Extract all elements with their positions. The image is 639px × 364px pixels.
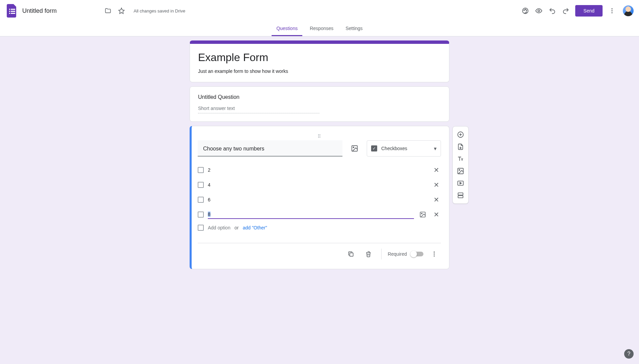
question-footer: Required bbox=[198, 243, 441, 261]
drag-handle-icon[interactable]: ⠿ bbox=[198, 134, 441, 140]
redo-button[interactable] bbox=[559, 4, 573, 18]
svg-rect-27 bbox=[458, 196, 463, 198]
question-title-input[interactable] bbox=[198, 140, 342, 157]
more-vert-icon bbox=[609, 7, 615, 14]
chevron-down-icon: ▾ bbox=[434, 145, 437, 152]
svg-rect-26 bbox=[458, 193, 463, 195]
account-avatar[interactable] bbox=[623, 5, 634, 16]
star-icon bbox=[118, 7, 125, 14]
checkbox-icon: ✓ bbox=[371, 145, 377, 151]
add-title-button[interactable] bbox=[454, 153, 467, 165]
remove-option-button[interactable]: ✕ bbox=[432, 195, 441, 204]
option-input[interactable] bbox=[208, 181, 427, 189]
svg-point-7 bbox=[524, 10, 525, 10]
star-button[interactable] bbox=[115, 4, 128, 18]
image-icon bbox=[351, 145, 358, 152]
preview-button[interactable] bbox=[532, 4, 546, 18]
question-card[interactable]: Untitled Question Short answer text bbox=[190, 86, 449, 122]
import-icon bbox=[457, 143, 464, 150]
undo-button[interactable] bbox=[546, 4, 559, 18]
svg-point-12 bbox=[611, 10, 612, 11]
add-option-row: Add option or add "Other" bbox=[198, 222, 441, 233]
add-section-button[interactable] bbox=[454, 189, 467, 201]
folder-icon bbox=[105, 7, 111, 14]
svg-point-17 bbox=[421, 213, 422, 214]
customize-theme-button[interactable] bbox=[519, 4, 532, 18]
add-question-button[interactable] bbox=[454, 129, 467, 141]
move-to-folder-button[interactable] bbox=[101, 4, 115, 18]
add-other-link[interactable]: add "Other" bbox=[243, 225, 267, 230]
svg-point-24 bbox=[459, 169, 460, 170]
question-card-selected[interactable]: ⠿ ✓ Checkboxes ▾ ✕ bbox=[190, 126, 449, 269]
svg-rect-3 bbox=[11, 11, 15, 12]
eye-icon bbox=[535, 7, 543, 15]
close-icon: ✕ bbox=[434, 196, 439, 204]
redo-icon bbox=[562, 7, 569, 15]
option-input[interactable] bbox=[208, 166, 427, 174]
form-canvas: Example Form Just an example form to sho… bbox=[0, 36, 639, 293]
checkbox-indicator-icon bbox=[198, 182, 204, 188]
add-image-to-option-button[interactable] bbox=[418, 210, 427, 219]
tab-responses[interactable]: Responses bbox=[305, 22, 338, 36]
close-icon: ✕ bbox=[434, 211, 439, 219]
add-image-button[interactable] bbox=[454, 165, 467, 177]
form-title-input[interactable] bbox=[22, 6, 101, 16]
save-status: All changes saved in Drive bbox=[134, 8, 185, 13]
checkbox-indicator-icon bbox=[198, 197, 204, 203]
more-menu-button[interactable] bbox=[605, 4, 619, 18]
svg-point-11 bbox=[611, 8, 612, 9]
remove-option-button[interactable]: ✕ bbox=[432, 180, 441, 190]
copy-icon bbox=[348, 251, 354, 257]
close-icon: ✕ bbox=[434, 181, 439, 189]
checkbox-indicator-icon bbox=[198, 167, 204, 173]
plus-circle-icon bbox=[457, 131, 464, 138]
option-input-editing[interactable] bbox=[208, 210, 414, 219]
svg-point-15 bbox=[353, 147, 354, 148]
duplicate-question-button[interactable] bbox=[344, 247, 358, 261]
tab-bar: Questions Responses Settings bbox=[0, 22, 639, 36]
svg-rect-5 bbox=[11, 13, 15, 14]
checkbox-indicator-icon bbox=[198, 212, 204, 218]
question-type-select[interactable]: ✓ Checkboxes ▾ bbox=[367, 140, 441, 157]
svg-rect-2 bbox=[9, 11, 10, 12]
question-more-menu-button[interactable] bbox=[427, 247, 441, 261]
add-image-to-question-button[interactable] bbox=[348, 142, 361, 155]
option-row: ✕ bbox=[198, 192, 441, 207]
video-icon bbox=[457, 179, 464, 187]
option-input[interactable] bbox=[208, 196, 427, 204]
form-title-card[interactable]: Example Form Just an example form to sho… bbox=[190, 40, 449, 82]
tab-questions[interactable]: Questions bbox=[272, 22, 302, 36]
add-option-placeholder[interactable]: Add option bbox=[208, 225, 230, 230]
forms-logo bbox=[5, 4, 19, 18]
form-title[interactable]: Example Form bbox=[198, 51, 441, 64]
short-answer-placeholder: Short answer text bbox=[198, 106, 320, 113]
send-button[interactable]: Send bbox=[575, 5, 603, 17]
remove-option-button[interactable]: ✕ bbox=[432, 165, 441, 175]
app-header: All changes saved in Drive Send bbox=[0, 0, 639, 22]
delete-question-button[interactable] bbox=[362, 247, 375, 261]
svg-point-13 bbox=[611, 12, 612, 13]
required-label: Required bbox=[388, 251, 407, 257]
svg-point-19 bbox=[434, 252, 435, 253]
svg-rect-18 bbox=[350, 253, 353, 256]
svg-point-20 bbox=[434, 253, 435, 254]
remove-option-button[interactable]: ✕ bbox=[432, 210, 441, 219]
svg-rect-0 bbox=[9, 9, 10, 10]
form-description[interactable]: Just an example form to show how it work… bbox=[198, 68, 441, 74]
section-icon bbox=[457, 192, 464, 199]
svg-point-21 bbox=[434, 255, 435, 256]
svg-rect-4 bbox=[9, 13, 10, 14]
tab-settings[interactable]: Settings bbox=[341, 22, 367, 36]
undo-icon bbox=[549, 7, 556, 15]
option-row: ✕ bbox=[198, 207, 441, 222]
option-row: ✕ bbox=[198, 163, 441, 177]
text-icon bbox=[457, 155, 464, 163]
required-toggle[interactable] bbox=[411, 252, 423, 256]
question-title[interactable]: Untitled Question bbox=[198, 94, 441, 100]
close-icon: ✕ bbox=[434, 166, 439, 174]
question-type-label: Checkboxes bbox=[381, 146, 430, 151]
svg-rect-1 bbox=[11, 9, 15, 10]
import-questions-button[interactable] bbox=[454, 141, 467, 153]
add-video-button[interactable] bbox=[454, 177, 467, 189]
palette-icon bbox=[522, 7, 529, 15]
